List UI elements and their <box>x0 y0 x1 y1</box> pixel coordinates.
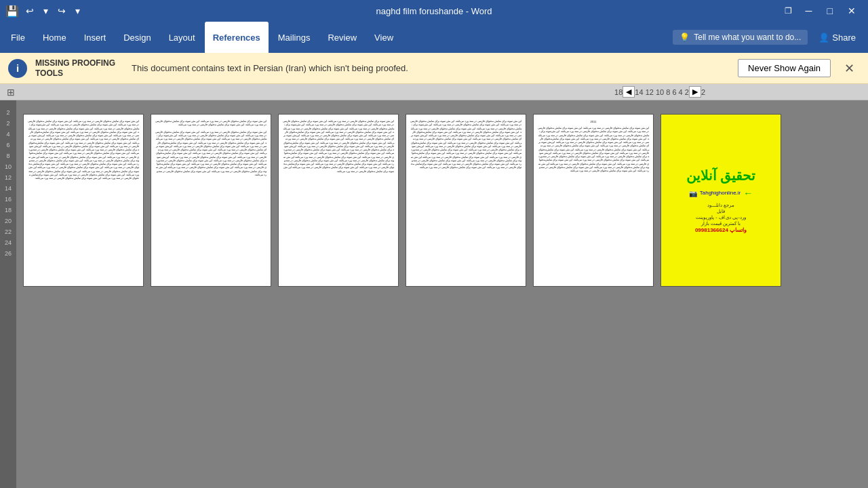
tab-view[interactable]: View <box>366 22 401 53</box>
tab-references[interactable]: References <box>205 22 269 53</box>
page-3[interactable]: این متن نمونه برای نمایش محتوای فارسی در… <box>278 114 399 287</box>
page-2[interactable]: این متن نمونه برای نمایش محتوای فارسی در… <box>151 114 271 287</box>
page-4[interactable]: این متن نمونه برای نمایش محتوای فارسی در… <box>406 114 526 287</box>
ad-arrow-icon: ← <box>743 187 753 199</box>
tab-file[interactable]: File <box>3 22 33 53</box>
ribbon-search[interactable]: 💡 Tell me what you want to do... <box>673 30 808 45</box>
ad-line2: فایل <box>717 208 725 214</box>
notification-message: This document contains text in Persian (… <box>132 63 730 73</box>
window-title: naghd film forushande - Word <box>376 6 492 16</box>
margin-num-26: 26 <box>5 248 12 259</box>
never-show-again-button[interactable]: Never Show Again <box>738 59 831 77</box>
notification-bar: i MISSING PROOFING TOOLS This document c… <box>0 53 868 84</box>
margin-num-4: 4 <box>6 129 9 140</box>
tab-insert[interactable]: Insert <box>76 22 115 53</box>
person-icon: 👤 <box>818 33 829 43</box>
notification-close-button[interactable]: ✕ <box>839 58 860 79</box>
title-bar: 💾 ↩ ▾ ↪ ▾ naghd film forushande - Word ❐… <box>0 0 868 22</box>
margin-num-16: 16 <box>5 194 12 205</box>
page-3-content: این متن نمونه برای نمایش محتوای فارسی در… <box>283 120 394 174</box>
tab-design[interactable]: Design <box>115 22 159 53</box>
margin-num-18: 18 <box>5 205 12 216</box>
ad-title: تحقیق آنلاین <box>686 167 756 184</box>
tab-review[interactable]: Review <box>319 22 365 53</box>
share-label: Share <box>832 33 856 43</box>
page-5-content: 2011 این متن نمونه برای نمایش محتوای فار… <box>538 120 649 173</box>
tab-mailings[interactable]: Mailings <box>270 22 319 53</box>
margin-num-24: 24 <box>5 237 12 248</box>
title-bar-left: 💾 ↩ ▾ ↪ ▾ <box>5 4 83 18</box>
margin-num-8: 8 <box>6 150 9 161</box>
page-4-content: این متن نمونه برای نمایش محتوای فارسی در… <box>410 120 521 170</box>
word-icon: 💾 <box>5 5 19 18</box>
info-icon: i <box>8 59 27 78</box>
page-2-content: این متن نمونه برای نمایش محتوای فارسی در… <box>155 120 267 177</box>
ad-line1: مرجع دانلـــود <box>707 202 734 208</box>
page-5[interactable]: 2011 این متن نمونه برای نمایش محتوای فار… <box>533 114 654 287</box>
document-area: 2 2 4 6 8 10 12 14 16 18 20 22 24 26 این… <box>0 100 868 488</box>
margin-num-12: 12 <box>5 172 12 183</box>
notification-title: MISSING PROOFING TOOLS <box>35 58 123 78</box>
minimize-button[interactable]: ─ <box>799 3 819 19</box>
tab-home[interactable]: Home <box>35 22 75 53</box>
ruler: ⊞ 18 ◀ 14 12 10 8 6 4 2 ▶ 2 <box>0 84 868 100</box>
page-6-ad[interactable]: تحقیق آنلاین ← Tahghighonline.ir 📷 مرجع … <box>660 114 781 287</box>
margin-num-2b: 2 <box>6 118 9 129</box>
search-placeholder: Tell me what you want to do... <box>694 33 801 42</box>
margin-num-10: 10 <box>5 161 12 172</box>
margin-num-6: 6 <box>6 140 9 150</box>
page-1-content: این متن نمونه برای نمایش محتوای فارسی در… <box>28 120 139 180</box>
pages-container: این متن نمونه برای نمایش محتوای فارسی در… <box>16 100 868 488</box>
lightbulb-icon: 💡 <box>679 33 690 42</box>
close-button[interactable]: ✕ <box>841 3 863 19</box>
window-controls: ❐ ─ □ ✕ <box>785 3 863 19</box>
left-margin: 2 2 4 6 8 10 12 14 16 18 20 22 24 26 <box>0 100 16 488</box>
maximize-button[interactable]: □ <box>821 3 840 19</box>
ruler-icon: ⊞ <box>7 87 15 98</box>
margin-num-14: 14 <box>5 183 12 194</box>
ad-line4: با کمترین قیمت بازار <box>701 220 741 226</box>
share-button[interactable]: 👤 Share <box>809 28 865 47</box>
margin-num-22: 22 <box>5 226 12 237</box>
ruler-numbers: 18 ◀ 14 12 10 8 6 4 2 ▶ 2 <box>614 86 705 98</box>
ad-line3: ورد-پی دی اف - پاورپوینت <box>696 214 745 220</box>
restore-icon: ❐ <box>785 6 792 16</box>
ruler-next[interactable]: ▶ <box>689 86 701 98</box>
page-1[interactable]: این متن نمونه برای نمایش محتوای فارسی در… <box>23 114 144 287</box>
instagram-icon: 📷 <box>689 189 697 198</box>
tab-layout[interactable]: Layout <box>161 22 203 53</box>
ad-url: Tahghighonline.ir <box>700 190 741 197</box>
undo-dropdown[interactable]: ▾ <box>41 4 51 18</box>
undo-button[interactable]: ↩ <box>23 4 37 18</box>
ribbon: File Home Insert Design Layout Reference… <box>0 22 868 53</box>
margin-num-2a: 2 <box>6 107 9 118</box>
redo-button[interactable]: ↪ <box>55 4 68 18</box>
margin-num-20: 20 <box>5 216 12 226</box>
customize-qat[interactable]: ▾ <box>73 4 83 18</box>
ruler-prev[interactable]: ◀ <box>623 86 635 98</box>
ad-phone: واتساپ 09981366624 <box>695 227 747 234</box>
